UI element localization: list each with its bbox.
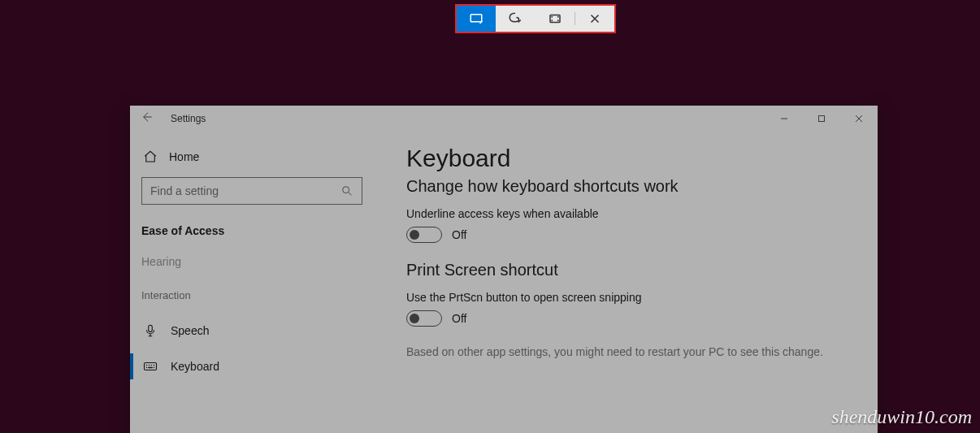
- restart-note: Based on other app settings, you might n…: [406, 344, 829, 361]
- page-title: Keyboard: [406, 145, 845, 172]
- search-input[interactable]: [150, 184, 340, 197]
- svg-rect-5: [145, 363, 157, 370]
- minimize-button[interactable]: [765, 106, 803, 132]
- svg-rect-0: [470, 15, 482, 22]
- back-button[interactable]: [137, 110, 156, 127]
- fullscreen-snip-icon: [548, 11, 562, 26]
- freeform-snip-icon: [508, 11, 523, 26]
- close-window-button[interactable]: [840, 106, 878, 132]
- close-icon: [855, 115, 863, 123]
- minimize-icon: [780, 115, 788, 123]
- maximize-button[interactable]: [803, 106, 840, 132]
- home-label: Home: [169, 150, 199, 163]
- sidebar-item-keyboard[interactable]: Keyboard: [141, 349, 362, 384]
- svg-point-3: [343, 187, 349, 193]
- search-box[interactable]: [141, 177, 362, 205]
- svg-rect-1: [550, 15, 560, 23]
- settings-window: Settings Home: [130, 106, 878, 433]
- sidebar-item-hearing[interactable]: Hearing: [141, 255, 362, 268]
- section-subtitle: Change how keyboard shortcuts work: [406, 177, 845, 196]
- setting-prtscn-label: Use the PrtScn button to open screen sni…: [406, 291, 845, 304]
- search-icon: [340, 184, 353, 197]
- arrow-left-icon: [140, 110, 153, 123]
- titlebar: Settings: [130, 106, 878, 132]
- home-icon: [143, 149, 158, 164]
- setting-underline-label: Underline access keys when available: [406, 207, 845, 220]
- sidebar-item-speech[interactable]: Speech: [141, 313, 362, 349]
- section-print-screen: Print Screen shortcut: [406, 261, 845, 279]
- snip-toolbar: [455, 4, 616, 33]
- toggle-prtscn-snipping[interactable]: [406, 310, 442, 327]
- home-nav[interactable]: Home: [141, 146, 362, 177]
- toggle-prtscn-state: Off: [452, 312, 466, 325]
- freeform-snip-button[interactable]: [496, 6, 535, 32]
- sidebar-subheader: Interaction: [141, 289, 362, 301]
- sidebar: Home Ease of Access Hearing Interaction …: [130, 132, 374, 433]
- toggle-underline-state: Off: [452, 228, 466, 241]
- close-icon: [588, 11, 602, 26]
- rectangle-snip-button[interactable]: [457, 6, 496, 32]
- toggle-knob: [410, 314, 419, 323]
- svg-rect-2: [819, 116, 825, 122]
- rectangle-snip-icon: [469, 11, 483, 26]
- toggle-underline-access-keys[interactable]: [406, 227, 442, 243]
- microphone-icon: [143, 323, 158, 338]
- snip-close-button[interactable]: [575, 6, 614, 32]
- maximize-icon: [817, 115, 826, 123]
- window-title: Settings: [171, 113, 206, 124]
- toggle-knob: [410, 230, 419, 240]
- sidebar-item-label: Keyboard: [171, 360, 219, 373]
- fullscreen-snip-button[interactable]: [536, 6, 575, 32]
- sidebar-item-label: Speech: [171, 324, 209, 337]
- category-header: Ease of Access: [141, 224, 362, 237]
- svg-rect-4: [149, 325, 153, 331]
- watermark: shenduwin10.com: [831, 406, 972, 428]
- main-content: Keyboard Change how keyboard shortcuts w…: [374, 132, 878, 433]
- keyboard-icon: [143, 359, 158, 374]
